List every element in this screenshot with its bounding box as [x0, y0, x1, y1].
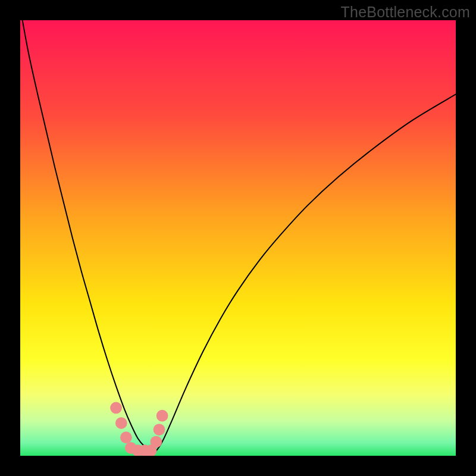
marker-dot — [110, 402, 122, 414]
watermark-text: TheBottleneck.com — [341, 4, 470, 21]
chart-svg — [20, 20, 456, 456]
gradient-background — [20, 20, 456, 456]
marker-dot — [154, 424, 165, 436]
marker-dot — [156, 410, 168, 422]
chart-frame: TheBottleneck.com — [0, 0, 476, 476]
marker-dot — [120, 431, 132, 443]
marker-dot — [151, 436, 162, 448]
plot-area — [20, 20, 456, 456]
marker-dot — [115, 417, 127, 429]
